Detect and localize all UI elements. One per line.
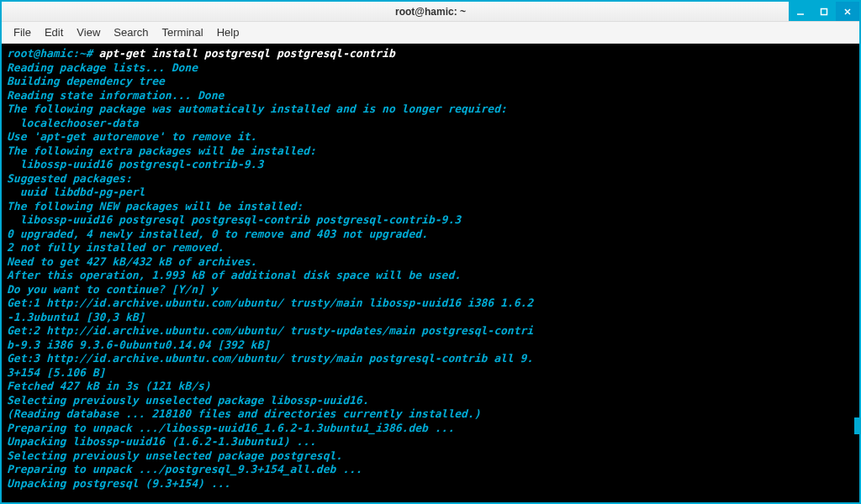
terminal-line: The following NEW packages will be insta… — [7, 200, 303, 213]
close-icon — [843, 8, 852, 16]
terminal-line: Preparing to unpack .../postgresql_9.3+1… — [7, 463, 362, 475]
svg-rect-1 — [821, 8, 827, 14]
terminal-line: Do you want to continue? [Y/n] y — [7, 283, 217, 296]
terminal-line: uuid libdbd-pg-perl — [7, 186, 145, 198]
terminal-line: Unpacking libossp-uuid16 (1.6.2-1.3ubunt… — [7, 435, 316, 448]
menu-file[interactable]: File — [7, 26, 38, 39]
menu-view[interactable]: View — [70, 26, 107, 39]
terminal-line: libossp-uuid16 postgresql-contrib-9.3 — [7, 158, 263, 171]
terminal-line: Use 'apt-get autoremove' to remove it. — [7, 130, 256, 143]
window-title: root@hamic: ~ — [395, 6, 466, 18]
terminal-line: 0 upgraded, 4 newly installed, 0 to remo… — [7, 228, 428, 240]
terminal-line: Get:1 http://id.archive.ubuntu.com/ubunt… — [7, 297, 533, 309]
window-controls — [789, 2, 859, 21]
terminal-line: The following package was automatically … — [7, 102, 507, 115]
terminal-line: (Reading database ... 218180 files and d… — [7, 407, 481, 420]
window-titlebar: root@hamic: ~ — [2, 2, 859, 22]
minimize-button[interactable] — [789, 2, 812, 21]
terminal-line: Get:3 http://id.archive.ubuntu.com/ubunt… — [7, 352, 533, 365]
terminal-line: The following extra packages will be ins… — [7, 144, 316, 157]
terminal-line: -1.3ubuntu1 [30,3 kB] — [7, 311, 145, 323]
menubar: File Edit View Search Terminal Help — [2, 22, 859, 44]
terminal-line: Fetched 427 kB in 3s (121 kB/s) — [7, 380, 211, 392]
menu-search[interactable]: Search — [107, 26, 155, 39]
maximize-icon — [820, 8, 828, 16]
terminal-line: After this operation, 1.993 kB of additi… — [7, 269, 461, 281]
terminal-line: Reading state information... Done — [7, 89, 224, 102]
terminal-line: Unpacking postgresql (9.3+154) ... — [7, 477, 230, 490]
terminal-line: localechooser-data — [7, 117, 139, 129]
close-button[interactable] — [836, 2, 859, 21]
terminal-line: Suggested packages: — [7, 172, 132, 185]
menu-terminal[interactable]: Terminal — [156, 26, 210, 39]
maximize-button[interactable] — [812, 2, 836, 21]
terminal-line: Reading package lists... Done — [7, 61, 198, 74]
terminal-command: apt-get install postgresql postgresql-co… — [92, 47, 395, 60]
terminal-line: Selecting previously unselected package … — [7, 449, 342, 462]
menu-help[interactable]: Help — [210, 26, 246, 39]
terminal-line: 2 not fully installed or removed. — [7, 241, 224, 254]
terminal-line: b-9.3 i386 9.3.6-0ubuntu0.14.04 [392 kB] — [7, 339, 270, 351]
terminal-line: Preparing to unpack .../libossp-uuid16_1… — [7, 422, 454, 434]
terminal-line: 3+154 [5.106 B] — [7, 366, 105, 379]
terminal-line: libossp-uuid16 postgresql postgresql-con… — [7, 213, 461, 226]
scrollbar-thumb[interactable] — [854, 417, 859, 434]
terminal-prompt: root@hamic:~# — [7, 47, 92, 60]
terminal-line: Get:2 http://id.archive.ubuntu.com/ubunt… — [7, 324, 533, 337]
terminal-area[interactable]: root@hamic:~# apt-get install postgresql… — [2, 44, 859, 502]
terminal-line: Selecting previously unselected package … — [7, 394, 368, 407]
minimize-icon — [796, 8, 805, 16]
terminal-line: Building dependency tree — [7, 75, 165, 87]
terminal-line: Need to get 427 kB/432 kB of archives. — [7, 255, 256, 268]
menu-edit[interactable]: Edit — [38, 26, 70, 39]
